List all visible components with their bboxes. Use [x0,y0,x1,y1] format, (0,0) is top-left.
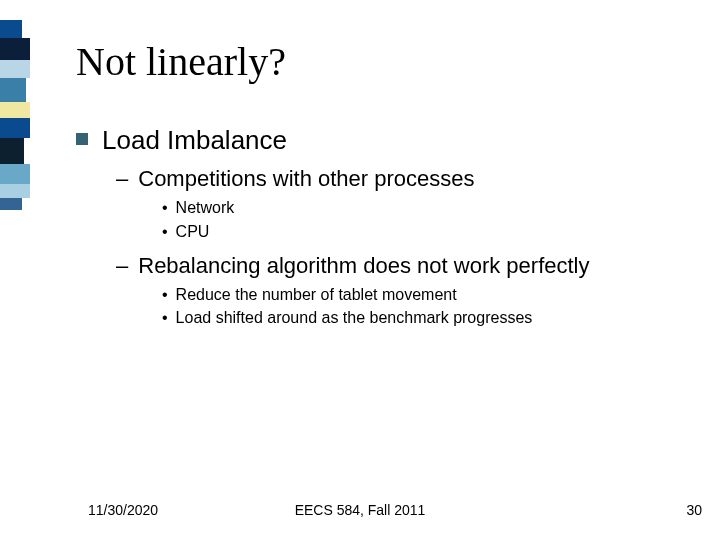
side-decoration [0,0,30,540]
slide-title: Not linearly? [76,38,696,85]
decoration-block [0,38,30,60]
decoration-block [0,198,22,210]
bullet-text: Load Imbalance [102,125,287,156]
bullet-text: Load shifted around as the benchmark pro… [176,308,533,327]
slide-body: Load Imbalance – Competitions with other… [76,125,696,328]
dot-bullet-icon: • [162,308,168,327]
footer-page-number: 30 [686,502,702,518]
decoration-block [0,60,30,78]
bullet-text: Reduce the number of tablet movement [176,285,457,304]
bullet-level3: • Load shifted around as the benchmark p… [162,308,696,327]
slide-content: Not linearly? Load Imbalance – Competiti… [76,38,696,332]
dot-bullet-icon: • [162,222,168,241]
bullet-level2: – Rebalancing algorithm does not work pe… [116,253,696,279]
bullet-text: Rebalancing algorithm does not work perf… [138,253,589,279]
bullet-text: Network [176,198,235,217]
bullet-text: CPU [176,222,210,241]
decoration-block [0,138,24,164]
dash-bullet-icon: – [116,253,128,279]
decoration-block [0,20,22,38]
square-bullet-icon [76,133,88,145]
bullet-text: Competitions with other processes [138,166,474,192]
bullet-level3: • CPU [162,222,696,241]
bullet-level3: • Network [162,198,696,217]
bullet-level1: Load Imbalance [76,125,696,156]
dot-bullet-icon: • [162,198,168,217]
decoration-block [0,102,30,118]
bullet-level3: • Reduce the number of tablet movement [162,285,696,304]
decoration-block [0,184,30,198]
decoration-block [0,78,26,102]
dash-bullet-icon: – [116,166,128,192]
footer-center: EECS 584, Fall 2011 [0,502,720,518]
bullet-level2: – Competitions with other processes [116,166,696,192]
decoration-block [0,118,30,138]
decoration-block [0,164,30,184]
dot-bullet-icon: • [162,285,168,304]
